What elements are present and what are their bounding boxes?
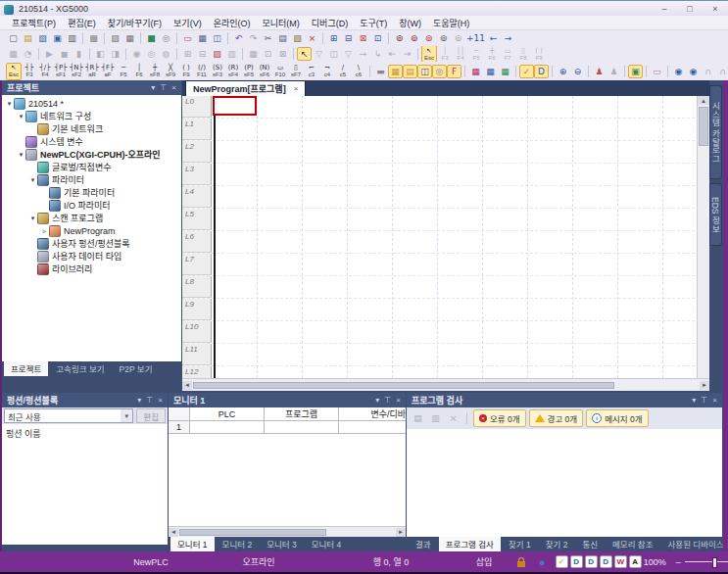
link-param-icon[interactable]: ⊟ — [195, 47, 210, 61]
ladder-tool-c4[interactable]: ¬c4 — [319, 63, 335, 80]
tree-item[interactable]: 사용자 펑션/펑션블록 — [2, 237, 181, 250]
menu-item-4[interactable]: 온라인(O) — [208, 17, 257, 29]
tab-close-icon[interactable]: × — [294, 84, 299, 93]
open-project-icon[interactable]: ▤ — [21, 31, 35, 45]
grid-view-icon[interactable]: ▦ — [246, 47, 261, 61]
tab-모니터 3[interactable]: 모니터 3 — [260, 537, 304, 551]
comment-icon[interactable]: ▭ — [650, 65, 664, 78]
maximize-button[interactable]: □ — [677, 1, 703, 16]
ladder-rung[interactable]: L10 — [182, 321, 709, 344]
device-view-icon[interactable]: ▬ — [373, 65, 388, 78]
panel-menu-icon[interactable]: ▾ — [375, 396, 379, 405]
ladder-rung[interactable]: L5 — [182, 209, 709, 231]
insert-line-icon[interactable]: ⊠ — [356, 31, 370, 45]
pin-icon[interactable]: ⊤ — [701, 396, 707, 405]
warning-filter-button[interactable]: 경고 0개 — [529, 409, 584, 427]
menu-item-8[interactable]: 창(W) — [393, 17, 427, 29]
ladder-tool-sf1[interactable]: ┤P├sF1 — [53, 63, 69, 80]
menu-item-5[interactable]: 모니터(M) — [257, 17, 306, 29]
ladder-tool-f8[interactable]: ▯F8 — [515, 46, 531, 62]
panel-menu-icon[interactable]: ▾ — [137, 396, 141, 405]
save-result-icon[interactable]: ▤ — [411, 411, 425, 425]
tab-P2P 보기[interactable]: P2P 보기 — [113, 361, 160, 376]
ladder-tool-sf6[interactable]: (N)sF6 — [257, 63, 272, 80]
scroll-up-icon[interactable]: ▲ — [698, 96, 709, 105]
user-gray-icon[interactable]: ♟ — [607, 65, 621, 78]
menu-item-3[interactable]: 보기(V) — [168, 17, 208, 29]
ladder-tool-f9[interactable]: ( )F9 — [531, 46, 547, 62]
ladder-rung[interactable]: L7 — [182, 254, 709, 276]
sfc-step-icon[interactable]: ▽ — [312, 47, 326, 61]
message-icon[interactable]: ▭ — [180, 31, 195, 45]
monitor-cell[interactable] — [190, 421, 265, 434]
tree-expander-icon[interactable]: ▹ — [40, 227, 49, 235]
find-device-icon[interactable]: ⊚ — [421, 31, 436, 45]
editor-vscrollbar[interactable]: ▲ — [697, 96, 709, 378]
tree-expander-icon[interactable]: ▾ — [28, 176, 37, 184]
table-green-icon[interactable]: ▦ — [498, 65, 512, 78]
tree-item[interactable]: ▾210514 * — [2, 97, 181, 110]
ladder-tool-sf8[interactable]: ┼sF8 — [147, 63, 163, 80]
scroll-left-icon[interactable]: ◄ — [182, 381, 192, 390]
ladder-tool-f11[interactable]: (/)F11 — [194, 63, 210, 80]
ladder-tool-sf7[interactable]: ▯sF7 — [288, 63, 304, 80]
paste-icon[interactable]: ▧ — [290, 31, 305, 45]
sfc-action-icon[interactable]: ▽ — [341, 47, 356, 61]
link-enable-icon[interactable]: ⊞ — [180, 47, 195, 61]
ladder-tool-f7[interactable]: ▭F7 — [500, 46, 515, 62]
delete-line-icon[interactable]: ⊡ — [370, 31, 385, 45]
tab-사용된 디바이스[interactable]: 사용된 디바이스 — [661, 537, 728, 551]
tree-item[interactable]: 시스템 변수 — [2, 135, 181, 148]
open-from-plc-icon[interactable]: ▧ — [35, 31, 50, 45]
ladder-tool-c5[interactable]: /c5 — [335, 63, 351, 80]
users-icon[interactable]: ▦ — [195, 31, 210, 45]
message-filter-button[interactable]: i 메시지 0개 — [586, 409, 648, 427]
project-view-icon[interactable]: ▤ — [403, 65, 417, 78]
ladder-tool-f4[interactable]: ┤/├F4 — [37, 63, 53, 80]
check-result-area[interactable] — [407, 429, 722, 537]
tree-item[interactable]: 기본 네트워크 — [2, 122, 181, 135]
find-all-icon[interactable]: ⊚ — [436, 31, 451, 45]
panel-menu-icon[interactable]: ▾ — [692, 396, 696, 405]
error-filter-button[interactable]: × 오류 0개 — [473, 409, 526, 427]
tab-결과[interactable]: 결과 — [409, 537, 438, 551]
menu-item-7[interactable]: 도구(T) — [354, 17, 393, 29]
clear-result-icon[interactable]: × — [446, 411, 461, 425]
tab-메모리 참조[interactable]: 메모리 참조 — [606, 537, 659, 551]
tab-프로그램 검사[interactable]: 프로그램 검사 — [439, 537, 501, 551]
tree-item[interactable]: 기본 파라미터 — [2, 186, 181, 199]
zoom-slider[interactable] — [685, 561, 728, 562]
ladder-tool-esc[interactable]: ↖Esc — [421, 46, 437, 62]
monitor-cell[interactable] — [339, 421, 406, 434]
tab-찾기 1[interactable]: 찾기 1 — [502, 537, 538, 551]
ladder-tool-af[interactable]: ┤F├aF — [100, 63, 116, 80]
side-tab-1[interactable]: EDS 정보 — [709, 183, 722, 246]
tree-item[interactable]: 글로벌/직접변수 — [2, 161, 181, 173]
monitor-mode-icon[interactable]: ◍ — [159, 47, 173, 61]
pin-icon[interactable]: ⊤ — [384, 396, 391, 405]
ladder-tool-ar[interactable]: ┤R├aR — [84, 63, 100, 80]
check-program-icon[interactable]: ✓ — [519, 65, 534, 78]
function-list[interactable]: 펑션 이름 — [2, 424, 168, 545]
tab-프로젝트[interactable]: 프로젝트 — [4, 361, 48, 376]
function-view-icon[interactable]: F — [447, 65, 461, 78]
monitor-hscrollbar[interactable]: ◄ ► — [169, 526, 406, 537]
read-plc-icon[interactable]: ◨ — [108, 47, 122, 61]
monitor-row[interactable]: 1 — [169, 421, 406, 434]
variable-view-icon[interactable]: ▦ — [388, 65, 403, 78]
monitor-table[interactable]: PLC프로그램변수/디바이스1 — [169, 407, 406, 526]
ladder-rung[interactable]: L4 — [182, 186, 709, 209]
ladder-tool-f6[interactable]: │F6 — [131, 63, 147, 80]
ladder-tool-f10[interactable]: ▭F10 — [272, 63, 288, 80]
editor-tab-newprogram[interactable]: NewProgram[프로그램] × — [185, 80, 306, 96]
zoom-in-icon[interactable]: ⊕ — [556, 65, 570, 78]
tree-item[interactable]: ▾네트워크 구성 — [2, 110, 181, 122]
cut-icon[interactable]: ✂ — [261, 31, 275, 45]
replace-icon[interactable]: ⊚ — [407, 31, 421, 45]
pin-icon[interactable]: ⊤ — [160, 83, 167, 92]
insert-cell-icon[interactable]: ⊞ — [326, 31, 341, 45]
ladder-rung[interactable]: L2 — [182, 141, 709, 164]
ladder-rung[interactable]: L3 — [182, 164, 709, 186]
panel-menu-icon[interactable]: ▾ — [151, 83, 155, 92]
tree-expander-icon[interactable]: ▾ — [28, 215, 37, 222]
